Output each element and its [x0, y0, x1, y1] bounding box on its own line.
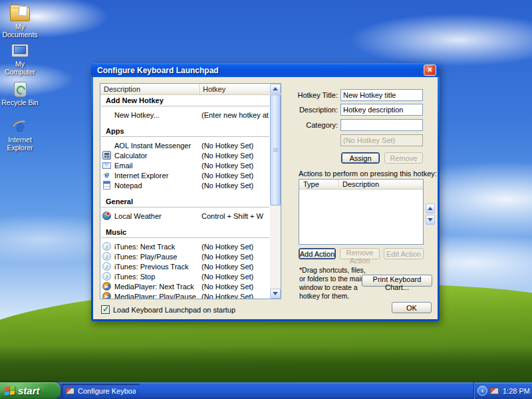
my-documents-icon: [1, 4, 39, 21]
hotkey-group: Apps AOL Instant Messenger (No Hotkey Se…: [100, 126, 270, 191]
scroll-down-icon[interactable]: [270, 289, 281, 299]
hotkey-item-description: iTunes: Stop: [114, 273, 155, 281]
close-icon[interactable]: ×: [424, 65, 436, 76]
action-move-down-icon[interactable]: [426, 215, 435, 225]
hotkey-item-hotkey: Control + Shift + W: [201, 212, 263, 220]
hotkey-group-header: Apps: [101, 126, 269, 137]
assign-button[interactable]: Assign: [341, 152, 380, 164]
hotkey-list-item[interactable]: New Hotkey... (Enter new hotkey at right…: [100, 110, 270, 120]
hotkey-group-items: Local Weather Control + Shift + W: [100, 211, 270, 221]
checkmark-icon: ✓: [102, 305, 109, 314]
add-action-button[interactable]: Add Action: [299, 248, 336, 259]
column-header-action-description[interactable]: Description: [338, 180, 423, 189]
hotkey-list-item[interactable]: ▶ MediaPlayer: Next Track (No Hotkey Set…: [100, 282, 270, 292]
hotkey-display-field[interactable]: [340, 134, 423, 146]
hotkey-list-item[interactable]: ♪ iTunes: Previous Track (No Hotkey Set): [100, 262, 270, 272]
desktop-icon-label: Recycle Bin: [1, 98, 39, 106]
hotkey-list-item[interactable]: ♪ iTunes: Stop (No Hotkey Set): [100, 272, 270, 282]
itunes-icon: ♪: [102, 242, 111, 251]
hotkey-list-scrollbar[interactable]: [270, 84, 281, 299]
window-titlebar[interactable]: Configure Keyboard Launchpad ×: [91, 63, 440, 77]
hotkey-list-item[interactable]: ♪ iTunes: Play/Pause (No Hotkey Set): [100, 252, 270, 262]
weather-icon: [102, 211, 111, 220]
window-title: Configure Keyboard Launchpad: [97, 66, 424, 75]
hotkey-list-header: Description Hotkey: [100, 84, 271, 95]
desktop-icon-recycle-bin[interactable]: Recycle Bin: [1, 80, 39, 106]
hotkey-title-input[interactable]: [340, 89, 423, 101]
actions-table-header: Type Description: [299, 180, 423, 190]
desktop-icon-label: Internet Explorer: [1, 136, 39, 152]
dialog-body: Description Hotkey Add New Hotkey New Ho…: [93, 77, 438, 319]
hotkey-list-item[interactable]: e Internet Explorer (No Hotkey Set): [100, 171, 270, 181]
notepad-icon: [103, 181, 110, 190]
tray-chevron-icon[interactable]: ‹: [477, 386, 487, 396]
description-label: Description:: [288, 106, 338, 114]
action-move-up-icon[interactable]: [426, 203, 435, 213]
ok-button[interactable]: OK: [392, 302, 432, 313]
hotkey-item-description: MediaPlayer: Play/Pause: [114, 293, 196, 299]
remove-button[interactable]: Remove: [384, 152, 423, 164]
hotkey-item-hotkey: (Enter new hotkey at right): [201, 111, 270, 119]
hotkey-list-item[interactable]: Calculator (No Hotkey Set): [100, 151, 270, 161]
hotkey-group-header: Add New Hotkey: [101, 96, 269, 106]
hotkey-item-description: Email: [114, 162, 133, 170]
itunes-icon: ♪: [102, 272, 111, 281]
hotkey-item-hotkey: (No Hotkey Set): [201, 283, 253, 291]
hotkey-item-hotkey: (No Hotkey Set): [201, 152, 253, 160]
itunes-icon: ♪: [102, 262, 111, 271]
my-computer-icon: [1, 41, 39, 59]
hotkey-item-description: Internet Explorer: [114, 172, 168, 180]
hotkey-list-item[interactable]: Local Weather Control + Shift + W: [100, 211, 270, 221]
column-header-type[interactable]: Type: [299, 180, 338, 189]
category-input[interactable]: [340, 119, 423, 131]
hotkey-item-description: Notepad: [114, 182, 142, 190]
calculator-icon: [102, 151, 111, 160]
hotkey-list-item[interactable]: ♪ iTunes: Next Track (No Hotkey Set): [100, 242, 270, 252]
hotkey-list-item[interactable]: Notepad (No Hotkey Set): [100, 181, 270, 191]
hotkey-title-label: Hotkey Title:: [288, 91, 338, 99]
scrollbar-thumb[interactable]: [270, 94, 281, 205]
category-label: Category:: [288, 121, 338, 129]
description-input[interactable]: [340, 104, 423, 116]
drag-hint-text: *Drag shortcuts, files, or folders to th…: [299, 266, 370, 301]
recycle-bin-icon: [1, 80, 39, 97]
remove-action-button[interactable]: Remove Action: [340, 248, 380, 259]
desktop-icon-my-computer[interactable]: My Computer: [1, 41, 39, 76]
hotkey-item-hotkey: (No Hotkey Set): [201, 172, 253, 180]
hotkey-item-description: New Hotkey...: [114, 111, 160, 119]
system-tray: ‹ 1:28 PM: [473, 382, 532, 399]
hotkey-item-description: iTunes: Play/Pause: [114, 253, 177, 261]
windows-flag-icon: [5, 386, 15, 396]
hotkey-item-hotkey: (No Hotkey Set): [201, 182, 253, 190]
start-button[interactable]: start: [0, 382, 61, 399]
hotkey-item-hotkey: (No Hotkey Set): [201, 162, 253, 170]
startup-checkbox-label[interactable]: Load Keyboard Launchpad on startup: [113, 306, 235, 314]
actions-caption: Actions to perform on pressing this hotk…: [299, 170, 437, 178]
hotkey-item-hotkey: (No Hotkey Set): [201, 293, 253, 299]
column-header-hotkey[interactable]: Hotkey: [199, 84, 271, 94]
hotkey-list-item[interactable]: ▶ MediaPlayer: Play/Pause (No Hotkey Set…: [100, 292, 270, 299]
desktop-icon-internet-explorer[interactable]: e Internet Explorer: [1, 117, 39, 152]
mediaplayer-icon: ▶: [102, 292, 111, 299]
hotkey-list: Description Hotkey Add New Hotkey New Ho…: [100, 83, 281, 299]
hotkey-item-hotkey: (No Hotkey Set): [201, 273, 253, 281]
email-icon: [102, 162, 111, 169]
scroll-up-icon[interactable]: [270, 84, 281, 94]
hotkey-item-hotkey: (No Hotkey Set): [201, 253, 253, 261]
hotkey-list-item[interactable]: Email (No Hotkey Set): [100, 161, 270, 171]
hotkey-item-hotkey: (No Hotkey Set): [201, 142, 253, 150]
taskbar: start Configure Keyboard L... ‹ 1:28 PM: [0, 382, 532, 399]
startup-checkbox[interactable]: ✓: [101, 305, 110, 314]
hotkey-item-description: Local Weather: [114, 212, 162, 220]
print-keyboard-chart-button[interactable]: Print Keyboard Chart...: [362, 275, 432, 287]
taskbar-item-label: Configure Keyboard L...: [78, 387, 136, 395]
hotkey-item-hotkey: (No Hotkey Set): [201, 243, 253, 251]
hotkey-group: General Local Weather Control + Shift + …: [100, 197, 270, 221]
edit-action-button[interactable]: Edit Action: [384, 248, 424, 259]
desktop-icon-my-documents[interactable]: My Documents: [1, 4, 39, 39]
hotkey-list-item[interactable]: AOL Instant Messenger (No Hotkey Set): [100, 141, 270, 151]
taskbar-item-configure-keyboard-launchpad[interactable]: Configure Keyboard L...: [62, 384, 140, 398]
keyboard-launchpad-icon: [66, 388, 74, 394]
tray-keyboard-launchpad-icon[interactable]: [490, 388, 499, 394]
column-header-description[interactable]: Description: [100, 84, 199, 94]
